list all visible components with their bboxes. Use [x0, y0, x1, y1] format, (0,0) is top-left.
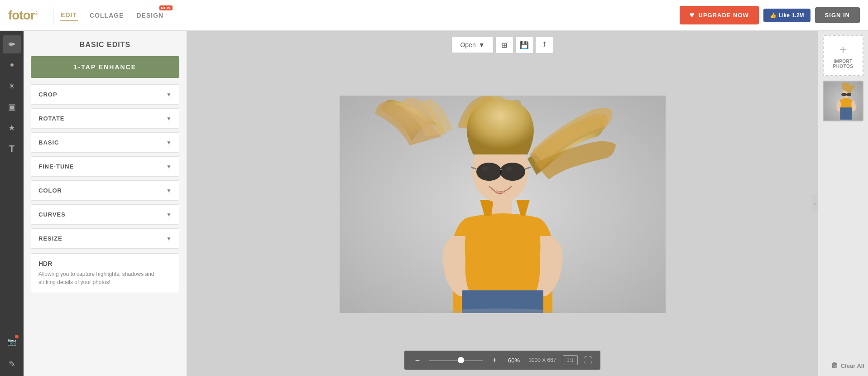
left-panel: BASIC EDITS 1-TAP ENHANCE CROP ▼ ROTATE … — [24, 31, 187, 376]
zoom-slider[interactable] — [429, 360, 483, 361]
accordion-crop-header[interactable]: CROP ▼ — [31, 85, 179, 104]
chevron-down-icon: ▼ — [166, 236, 172, 242]
sidebar-frames-icon[interactable]: ▣ — [3, 98, 21, 116]
trash-icon: 🗑 — [831, 362, 838, 370]
plus-icon: + — [839, 43, 847, 57]
nav-collage[interactable]: COLLAGE — [89, 10, 125, 21]
svg-point-18 — [846, 93, 851, 96]
fb-like-button[interactable]: 👍 Like 1.2M — [763, 9, 810, 22]
import-photos-button[interactable]: + IMPORT PHOTOS — [823, 35, 863, 76]
accordion-resize-label: RESIZE — [38, 235, 62, 242]
accordion-crop[interactable]: CROP ▼ — [31, 84, 179, 105]
upgrade-button[interactable]: ♥ UPGRADE NOW — [680, 6, 759, 24]
canvas-toolbar: Open ▼ ⊞ 💾 ⤴ — [451, 31, 553, 58]
clear-all-button[interactable]: 🗑 Clear All — [831, 362, 864, 370]
enhance-button[interactable]: 1-TAP ENHANCE — [31, 56, 179, 78]
zoom-plus-button[interactable]: + — [489, 356, 499, 365]
hdr-desc: Allowing you to capture highlights, shad… — [38, 270, 172, 286]
nav-divider — [53, 7, 53, 24]
accordion-color-header[interactable]: COLOR ▼ — [31, 181, 179, 200]
accordion-crop-label: CROP — [38, 91, 58, 98]
zoom-fit-button[interactable]: ⊞ — [495, 36, 513, 53]
photo-thumbnail[interactable] — [823, 81, 863, 121]
accordion-resize[interactable]: RESIZE ▼ — [31, 228, 179, 249]
sidebar-edit-square-icon[interactable]: ✎ — [3, 355, 21, 373]
fb-icon: 👍 — [770, 12, 777, 19]
signin-button[interactable]: SIGN IN — [815, 7, 860, 23]
accordion-basic-label: BASIC — [38, 139, 59, 146]
svg-point-6 — [476, 163, 502, 181]
accordion-basic-header[interactable]: BASIC ▼ — [31, 133, 179, 152]
nav-right: ♥ UPGRADE NOW 👍 Like 1.2M SIGN IN — [680, 6, 860, 24]
sidebar-edit-icon[interactable]: ✏ — [3, 35, 21, 53]
image-dimensions: 1000 X 667 — [528, 357, 556, 363]
canvas-image — [340, 96, 666, 313]
svg-point-11 — [482, 167, 489, 171]
chevron-down-icon: ▼ — [166, 164, 172, 170]
right-panel-toggle[interactable]: › — [812, 194, 818, 212]
nav-design[interactable]: DESIGN NEW — [135, 10, 164, 21]
accordion-color[interactable]: COLOR ▼ — [31, 180, 179, 201]
main-body: ✏ ✦ ☀ ▣ ★ T 📷 ✎ BASIC EDITS 1-TAP ENHANC… — [0, 31, 868, 376]
panel-title: BASIC EDITS — [24, 31, 187, 56]
topnav: fotor® EDIT COLLAGE DESIGN NEW ♥ UPGRADE… — [0, 0, 868, 31]
accordion-basic[interactable]: BASIC ▼ — [31, 132, 179, 153]
accordion-color-label: COLOR — [38, 187, 62, 194]
chevron-down-icon: ▼ — [166, 140, 172, 146]
zoom-percentage: 60% — [506, 357, 522, 364]
sidebar-text-icon[interactable]: T — [3, 140, 21, 158]
accordion-curves-header[interactable]: CURVES ▼ — [31, 205, 179, 224]
share-button[interactable]: ⤴ — [535, 36, 553, 53]
accordion-finetune-label: FINE-TUNE — [38, 163, 74, 170]
chevron-down-icon: ▼ — [166, 212, 172, 218]
import-photos-label: IMPORT PHOTOS — [824, 59, 863, 69]
sidebar-effects-icon[interactable]: ✦ — [3, 56, 21, 74]
accordion-rotate[interactable]: ROTATE ▼ — [31, 108, 179, 129]
accordion-rotate-header[interactable]: ROTATE ▼ — [31, 109, 179, 128]
accordion-finetune-header[interactable]: FINE-TUNE ▼ — [31, 157, 179, 176]
nav-links: EDIT COLLAGE DESIGN NEW — [60, 10, 164, 21]
sidebar-sticker-icon[interactable]: ★ — [3, 119, 21, 137]
save-button[interactable]: 💾 — [515, 36, 533, 53]
sidebar-scene-icon[interactable]: ☀ — [3, 77, 21, 95]
photo-svg — [340, 96, 666, 313]
chevron-down-icon: ▼ — [166, 116, 172, 122]
svg-rect-19 — [840, 107, 852, 120]
open-button[interactable]: Open ▼ — [451, 37, 493, 53]
accordion-rotate-label: ROTATE — [38, 115, 65, 122]
hdr-title: HDR — [38, 260, 172, 267]
panel-content: 1-TAP ENHANCE CROP ▼ ROTATE ▼ BASIC ▼ — [24, 56, 187, 293]
thumb-svg — [824, 82, 863, 121]
canvas-area: Open ▼ ⊞ 💾 ⤴ — [187, 31, 818, 376]
svg-point-7 — [500, 163, 525, 181]
heart-icon: ♥ — [690, 10, 695, 20]
svg-point-12 — [505, 167, 513, 171]
hdr-box: HDR Allowing you to capture highlights, … — [31, 253, 179, 293]
dropdown-arrow-icon: ▼ — [479, 41, 485, 48]
svg-point-17 — [841, 93, 846, 96]
chevron-down-icon: ▼ — [166, 92, 172, 98]
bottom-toolbar: − + 60% 1000 X 667 1:1 ⛶ — [404, 351, 600, 370]
accordion-resize-header[interactable]: RESIZE ▼ — [31, 229, 179, 248]
right-panel: › + IMPORT PHOTOS — [818, 31, 868, 376]
app-logo: fotor® — [8, 8, 38, 23]
aspect-ratio-button[interactable]: 1:1 — [563, 355, 578, 365]
zoom-minus-button[interactable]: − — [412, 356, 422, 365]
accordion-curves-label: CURVES — [38, 211, 66, 218]
nav-edit[interactable]: EDIT — [60, 10, 78, 21]
canvas-image-container — [187, 58, 818, 351]
new-badge: NEW — [159, 5, 173, 10]
accordion-curves[interactable]: CURVES ▼ — [31, 204, 179, 225]
fullscreen-button[interactable]: ⛶ — [584, 356, 592, 365]
icon-sidebar: ✏ ✦ ☀ ▣ ★ T 📷 ✎ — [0, 31, 24, 376]
sidebar-camera-icon[interactable]: 📷 — [3, 333, 21, 351]
accordion-finetune[interactable]: FINE-TUNE ▼ — [31, 156, 179, 177]
chevron-down-icon: ▼ — [166, 188, 172, 194]
